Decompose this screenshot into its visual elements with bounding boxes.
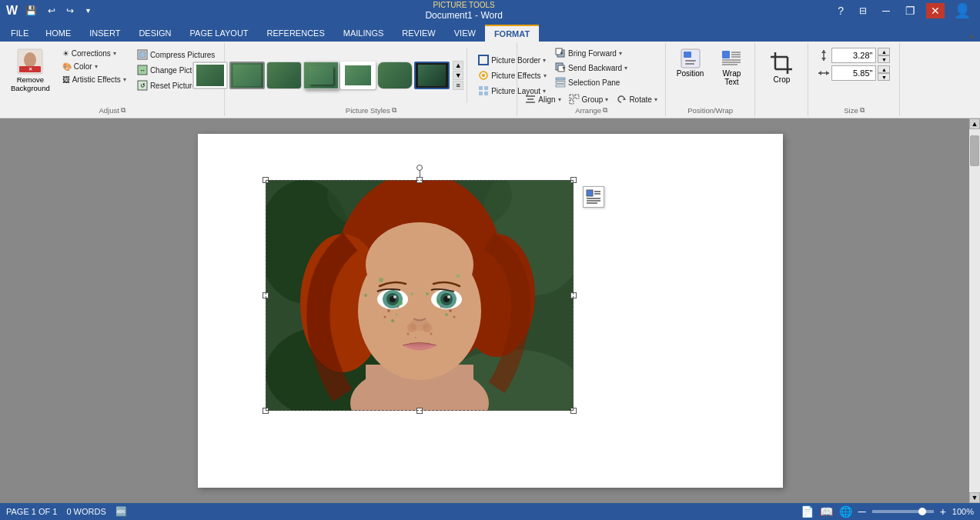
arrange-expand-icon[interactable]: ⧉ xyxy=(603,106,607,115)
handle-top-center[interactable] xyxy=(416,177,423,183)
portrait-image[interactable] xyxy=(266,180,574,411)
undo-icon[interactable]: ↩ xyxy=(45,4,59,18)
gallery-up-arrow[interactable]: ▲ xyxy=(453,61,463,70)
style-thumb-1[interactable] xyxy=(192,62,228,89)
svg-rect-16 xyxy=(484,92,488,95)
width-increment-button[interactable]: ▲ xyxy=(878,65,890,73)
tab-format[interactable]: FORMAT xyxy=(485,25,539,42)
wrap-text-label: WrapText xyxy=(723,69,741,86)
tab-page-layout[interactable]: PAGE LAYOUT xyxy=(181,25,258,42)
tab-insert[interactable]: INSERT xyxy=(80,25,129,42)
width-decrement-button[interactable]: ▼ xyxy=(878,73,890,81)
statusbar-right: 📄 📖 🌐 ─ + 100% xyxy=(801,505,974,518)
remove-background-button[interactable]: ✕ RemoveBackground xyxy=(5,45,56,96)
svg-point-87 xyxy=(430,333,432,335)
height-decrement-button[interactable]: ▼ xyxy=(878,55,890,63)
handle-bottom-left[interactable] xyxy=(263,408,269,414)
zoom-thumb[interactable] xyxy=(918,508,926,515)
tab-file[interactable]: FILE xyxy=(3,25,36,42)
picture-styles-group-label-row: Picture Styles ⧉ xyxy=(229,106,512,115)
width-input[interactable] xyxy=(831,65,876,81)
style-thumb-4[interactable] xyxy=(303,62,339,89)
scroll-up-button[interactable]: ▲ xyxy=(969,118,980,129)
selection-pane-button[interactable]: Selection Pane xyxy=(552,75,623,89)
zoom-minus-button[interactable]: ─ xyxy=(858,505,866,518)
close-button[interactable]: ✕ xyxy=(926,3,945,18)
view-web-icon[interactable]: 🌐 xyxy=(839,505,852,518)
save-icon[interactable]: 💾 xyxy=(22,4,40,18)
handle-bottom-center[interactable] xyxy=(416,408,423,414)
handle-middle-left[interactable] xyxy=(263,292,269,298)
color-label: Color xyxy=(74,62,92,71)
artistic-effects-button[interactable]: 🖼 Artistic Effects ▾ xyxy=(59,74,129,85)
adjust-expand-icon[interactable]: ⧉ xyxy=(121,106,125,115)
image-container[interactable] xyxy=(266,180,574,411)
color-icon: 🎨 xyxy=(62,62,72,71)
wrap-text-button[interactable]: WrapText xyxy=(713,45,750,89)
tab-references[interactable]: REFERENCES xyxy=(258,25,334,42)
style-thumb-7[interactable] xyxy=(414,62,450,89)
tab-home[interactable]: HOME xyxy=(36,25,80,42)
layout-options-icon[interactable] xyxy=(583,186,604,208)
adjust-column: ☀ Corrections ▾ 🎨 Color ▾ 🖼 Artistic Eff… xyxy=(58,45,131,88)
style-thumb-3[interactable] xyxy=(266,62,302,89)
account-icon[interactable]: 👤 xyxy=(951,1,974,21)
style-thumb-2[interactable] xyxy=(229,62,265,89)
ribbon-tabs: FILE HOME INSERT DESIGN PAGE LAYOUT REFE… xyxy=(0,22,980,42)
ribbon-collapse-icon[interactable]: ▲ xyxy=(968,32,975,40)
svg-point-78 xyxy=(407,323,416,332)
size-expand-icon[interactable]: ⧉ xyxy=(860,106,865,115)
style-thumb-6[interactable] xyxy=(377,62,413,89)
position-button[interactable]: Position xyxy=(671,45,711,81)
tab-view[interactable]: VIEW xyxy=(445,25,485,42)
word-count: 0 WORDS xyxy=(66,507,105,516)
bring-forward-button[interactable]: ▲ Bring Forward ▾ xyxy=(552,46,625,60)
svg-point-12 xyxy=(482,74,485,77)
tab-mailings[interactable]: MAILINGS xyxy=(334,25,393,42)
svg-rect-31 xyxy=(570,100,574,104)
handle-top-left[interactable] xyxy=(263,177,269,183)
tab-review[interactable]: REVIEW xyxy=(393,25,444,42)
language-icon[interactable]: 🔤 xyxy=(115,506,127,517)
zoom-plus-button[interactable]: + xyxy=(940,505,946,518)
svg-point-85 xyxy=(453,316,455,318)
handle-middle-right[interactable] xyxy=(570,292,577,298)
handle-top-right[interactable] xyxy=(570,177,577,183)
gallery-arrows: ▲ ▼ ≡ xyxy=(453,61,463,90)
restore-button[interactable]: ❐ xyxy=(901,3,920,18)
rotate-handle[interactable] xyxy=(416,165,423,171)
remove-background-label: RemoveBackground xyxy=(11,75,50,93)
tab-design[interactable]: DESIGN xyxy=(129,25,180,42)
gallery-down-arrow[interactable]: ▼ xyxy=(453,71,463,80)
height-increment-button[interactable]: ▲ xyxy=(878,48,890,55)
view-normal-icon[interactable]: 📄 xyxy=(801,505,814,518)
position-icon xyxy=(680,48,701,69)
rotate-button[interactable]: Rotate ▾ xyxy=(613,92,660,106)
vertical-scrollbar[interactable]: ▲ ▼ xyxy=(969,118,980,503)
scroll-down-button[interactable]: ▼ xyxy=(969,492,980,503)
picture-styles-group: ▲ ▼ ≡ Picture Border ▾ Picture Effects ▾ xyxy=(225,43,517,116)
style-thumb-5[interactable] xyxy=(340,62,376,89)
svg-point-91 xyxy=(410,292,413,295)
crop-button[interactable]: Crop xyxy=(763,48,800,87)
height-input[interactable] xyxy=(831,48,876,63)
minimize-button[interactable]: ─ xyxy=(878,3,895,18)
group-button[interactable]: Group ▾ xyxy=(566,92,612,106)
align-dropdown: ▾ xyxy=(558,96,561,103)
quick-access-more-icon[interactable]: ▼ xyxy=(82,5,95,16)
scroll-thumb[interactable] xyxy=(970,135,979,166)
ribbon-display-button[interactable]: ⊟ xyxy=(855,4,871,18)
picture-styles-expand-icon[interactable]: ⧉ xyxy=(392,106,396,115)
redo-icon[interactable]: ↪ xyxy=(63,4,77,18)
corrections-button[interactable]: ☀ Corrections ▾ xyxy=(59,48,129,59)
color-button[interactable]: 🎨 Color ▾ xyxy=(59,61,129,72)
bring-forward-label: Bring Forward xyxy=(568,49,617,58)
send-backward-button[interactable]: ▼ Send Backward ▾ xyxy=(552,61,630,75)
handle-bottom-right[interactable] xyxy=(570,408,577,414)
corrections-label: Corrections xyxy=(72,49,111,58)
view-reading-icon[interactable]: 📖 xyxy=(820,505,833,518)
gallery-more-arrow[interactable]: ≡ xyxy=(453,81,463,90)
align-button[interactable]: Align ▾ xyxy=(522,92,564,106)
zoom-slider[interactable] xyxy=(872,510,934,513)
help-button[interactable]: ? xyxy=(833,3,848,18)
